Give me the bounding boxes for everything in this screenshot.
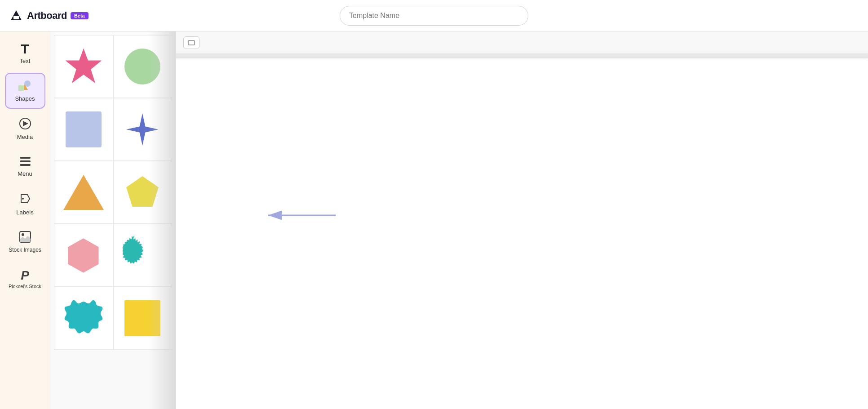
tool-pickcel-stock[interactable]: P Pickcel's Stock bbox=[5, 262, 45, 298]
canvas-page[interactable] bbox=[176, 58, 868, 409]
sidebar-tools: T Text Shapes Media bbox=[0, 31, 50, 409]
canvas-bg bbox=[176, 54, 868, 409]
plus-star-svg bbox=[124, 111, 160, 147]
tool-text-label: Text bbox=[20, 58, 31, 64]
svg-rect-6 bbox=[20, 157, 31, 159]
stock-images-icon bbox=[19, 231, 31, 245]
tool-menu[interactable]: Menu bbox=[5, 148, 45, 184]
tool-stock-images[interactable]: Stock Images bbox=[5, 224, 45, 260]
triangle-orange-shape bbox=[63, 175, 104, 210]
svg-marker-18 bbox=[123, 237, 143, 263]
tool-media-label: Media bbox=[17, 133, 33, 140]
tool-shapes[interactable]: Shapes bbox=[5, 73, 45, 109]
svg-marker-13 bbox=[126, 113, 159, 146]
shape-triangle-orange[interactable] bbox=[54, 161, 113, 224]
shape-star-pink[interactable] bbox=[54, 35, 113, 98]
svg-rect-1 bbox=[13, 16, 19, 19]
canvas-area bbox=[176, 31, 868, 409]
menu-icon bbox=[19, 156, 31, 169]
main-layout: T Text Shapes Media bbox=[0, 31, 868, 409]
shape-pentagon-yellow[interactable] bbox=[113, 161, 173, 224]
tool-text[interactable]: T Text bbox=[5, 35, 45, 71]
shapes-icon bbox=[18, 80, 32, 93]
star-pink-svg bbox=[63, 46, 104, 87]
shape-plus-star[interactable] bbox=[113, 98, 173, 161]
square-blue-shape bbox=[66, 111, 102, 147]
tool-stock-images-label: Stock Images bbox=[9, 247, 41, 253]
shape-square-yellow[interactable] bbox=[113, 287, 173, 350]
shape-circle-green[interactable] bbox=[113, 35, 173, 98]
svg-rect-4 bbox=[18, 85, 24, 91]
hexagon-pink-svg bbox=[64, 236, 102, 275]
svg-point-9 bbox=[22, 198, 24, 200]
header: Artboard Beta bbox=[0, 0, 868, 31]
tool-labels[interactable]: Labels bbox=[5, 186, 45, 222]
media-icon bbox=[19, 117, 31, 132]
canvas-toolbar bbox=[176, 31, 868, 54]
tool-media[interactable]: Media bbox=[5, 111, 45, 147]
shape-rosette-teal[interactable] bbox=[54, 287, 113, 350]
starburst-teal-svg bbox=[123, 236, 162, 275]
svg-marker-14 bbox=[126, 176, 159, 207]
shape-starburst-teal[interactable] bbox=[113, 224, 173, 287]
square-yellow-shape bbox=[124, 300, 160, 336]
svg-point-11 bbox=[22, 233, 24, 236]
pickcel-icon: P bbox=[21, 269, 29, 282]
svg-rect-7 bbox=[20, 160, 31, 162]
logo-text: Artboard bbox=[27, 10, 67, 22]
beta-badge: Beta bbox=[71, 12, 89, 19]
svg-rect-19 bbox=[188, 40, 195, 45]
template-name-input[interactable] bbox=[340, 6, 528, 26]
svg-marker-12 bbox=[65, 49, 102, 83]
tool-shapes-label: Shapes bbox=[15, 95, 35, 102]
svg-rect-8 bbox=[20, 164, 31, 166]
canvas-tool-btn[interactable] bbox=[183, 36, 199, 49]
svg-marker-15 bbox=[68, 238, 99, 273]
labels-icon bbox=[19, 193, 31, 207]
tool-labels-label: Labels bbox=[16, 209, 33, 216]
circle-green-shape bbox=[124, 49, 160, 84]
canvas-arrow bbox=[259, 202, 340, 231]
logo-area: Artboard Beta bbox=[9, 9, 89, 23]
rosette-teal-svg bbox=[64, 298, 103, 338]
shape-square-blue[interactable] bbox=[54, 98, 113, 161]
tool-pickcel-label: Pickcel's Stock bbox=[9, 284, 41, 289]
shapes-panel bbox=[50, 31, 176, 409]
shape-hexagon-pink[interactable] bbox=[54, 224, 113, 287]
text-icon: T bbox=[21, 42, 29, 56]
artboard-logo-icon bbox=[9, 9, 23, 23]
tool-menu-label: Menu bbox=[18, 170, 32, 177]
pentagon-yellow-svg bbox=[124, 174, 160, 210]
